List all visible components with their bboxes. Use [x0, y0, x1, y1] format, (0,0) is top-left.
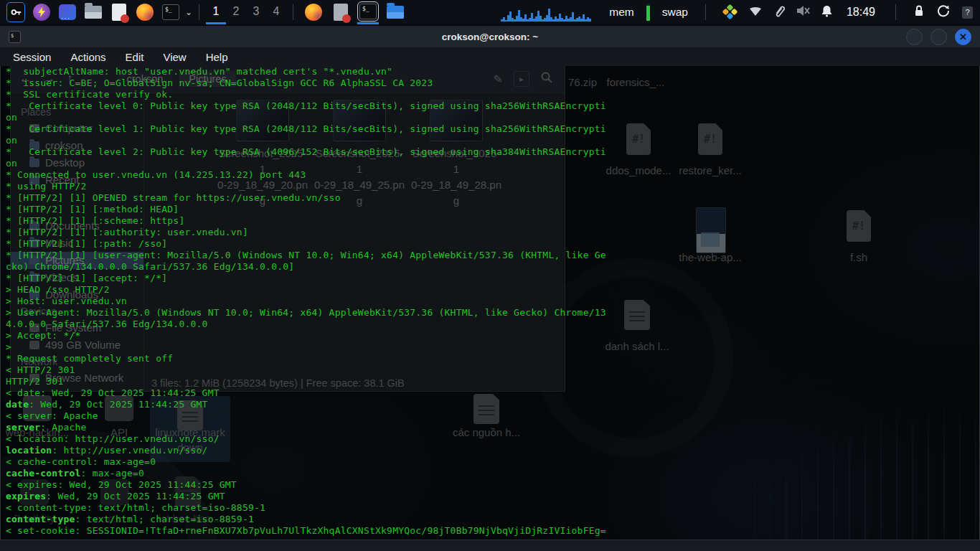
terminal-line: * [HTTP/2] [1] OPENED stream for https:/…	[6, 192, 606, 204]
panel-right-icons: ?	[913, 4, 980, 20]
window-title: crokson@crokson: ~	[0, 32, 980, 42]
clipboard-icon[interactable]	[773, 4, 785, 20]
task-firefox[interactable]	[303, 0, 324, 24]
text-editor-icon	[112, 4, 126, 21]
terminal-line: > Host: user.vnedu.vn	[6, 296, 606, 307]
close-button[interactable]: ✕	[955, 29, 971, 45]
tray-icons	[723, 4, 833, 20]
mem-gauge[interactable]	[646, 4, 650, 21]
terminal-line: cache-control: max-age=0	[6, 468, 606, 479]
terminal-line: * [HTTP/2] [1] [:authority: user.vnedu.v…	[6, 227, 606, 238]
mem-label: mem	[609, 6, 633, 19]
launcher-firefox[interactable]	[136, 3, 154, 22]
maximize-button[interactable]	[930, 29, 947, 45]
terminal-line: * [HTTP/2] [1] [:method: HEAD]	[6, 204, 606, 215]
panel-launchers: $_	[0, 3, 184, 22]
terminal-line: HTTP/2 301	[6, 376, 606, 387]
terminal-line: * Request completely sent off	[6, 353, 606, 364]
launcher-file-manager[interactable]	[84, 3, 103, 22]
terminal-line: > HEAD /sso HTTP/2	[6, 284, 606, 296]
restart-icon[interactable]	[937, 4, 950, 20]
terminal-line: < HTTP/2 301	[6, 364, 606, 376]
terminal-line: content-type: text/html; charset=iso-885…	[6, 514, 606, 525]
menu-actions[interactable]: Actions	[70, 51, 105, 63]
launcher-kali-menu[interactable]	[6, 3, 25, 22]
bell-icon[interactable]	[821, 4, 833, 20]
terminal-line: cko) Chrome/134.0.0.0 Safari/537.36 Edg/…	[6, 261, 606, 273]
launcher-text-editor[interactable]	[110, 3, 128, 22]
terminal-line: server: Apache	[6, 422, 606, 433]
wifi-icon[interactable]	[748, 5, 763, 19]
terminal-line: > Accept: */*	[6, 330, 606, 342]
terminal-line: * issuer: C=BE; O=GlobalSign nv-sa; CN=G…	[6, 77, 606, 89]
workspace-switcher: 1234	[206, 0, 286, 24]
terminal-line: * Certificate level 2: Public key type R…	[6, 146, 606, 158]
terminal-icon: $_	[359, 4, 377, 19]
window-controls: ✕	[906, 29, 971, 45]
terminal-line: on	[6, 135, 606, 146]
workspace-1[interactable]: 1	[206, 0, 226, 24]
menu-help[interactable]: Help	[206, 51, 228, 63]
terminal-line: < server: Apache	[6, 410, 606, 422]
terminal-line: on	[6, 158, 606, 169]
system-tray: mem swap 18:49 ?	[501, 3, 980, 22]
desktop-screen: 76.zipforensics_...#!ddos_mode...#!resto…	[0, 0, 980, 551]
task-list: $_	[300, 0, 409, 24]
terminal-line: date: Wed, 29 Oct 2025 11:44:25 GMT	[6, 399, 606, 410]
terminal-line: < set-cookie: SESSIONID=!TtfaD+rneFnBXU7…	[6, 525, 606, 537]
terminal-line: * [HTTP/2] [1] [:scheme: https]	[6, 215, 606, 227]
terminal-line: * Connected to user.vnedu.vn (14.225.13.…	[6, 169, 606, 181]
menu-view[interactable]: View	[163, 51, 186, 63]
task-text-editor[interactable]	[330, 0, 352, 24]
kali-undercover-icon	[33, 4, 50, 21]
terminal-icon: $_	[162, 4, 179, 20]
terminal-line: < date: Wed, 29 Oct 2025 11:44:25 GMT	[6, 387, 606, 399]
terminal-output[interactable]: * subjectAltName: host "user.vnedu.vn" m…	[6, 66, 606, 537]
kali-menu-icon	[6, 2, 25, 22]
text-editor-grey-icon	[334, 4, 348, 21]
top-panel: $_ ⌄ 1234 $_ mem swap 18:49 ?	[0, 0, 980, 24]
terminal-line: < location: http://user.vnedu.vn/sso/	[6, 433, 606, 445]
terminal-line: expires: Wed, 29 Oct 2025 11:44:25 GMT	[6, 491, 606, 502]
terminal-titlebar[interactable]: $ crokson@crokson: ~	[0, 26, 980, 47]
file-manager-blue-icon	[387, 6, 404, 19]
terminal-line: * [HTTP/2] [1] [accept: */*]	[6, 273, 606, 284]
swap-label: swap	[662, 6, 688, 19]
menu-session[interactable]: Session	[13, 51, 51, 63]
menu-edit[interactable]: Edit	[126, 51, 144, 63]
terminal-line: * [HTTP/2] [1] [:path: /sso]	[6, 238, 606, 250]
terminal-menubar: SessionActionsEditViewHelp	[0, 47, 980, 66]
clock[interactable]: 18:49	[847, 6, 875, 19]
workspace-3[interactable]: 3	[246, 0, 266, 24]
panel-separator	[895, 4, 896, 20]
panel-separator	[293, 4, 293, 20]
terminal-line: < cache-control: max-age=0	[6, 456, 606, 468]
lock-icon[interactable]	[913, 4, 925, 20]
terminal-line: < expires: Wed, 29 Oct 2025 11:44:25 GMT	[6, 479, 606, 491]
workspace-4[interactable]: 4	[266, 0, 286, 24]
updates-icon[interactable]	[723, 5, 738, 19]
file-manager-icon	[85, 6, 102, 19]
window-app-icon	[59, 4, 76, 20]
launcher-kali-undercover[interactable]	[32, 3, 51, 22]
task-file-manager[interactable]	[385, 0, 406, 24]
terminal-line: on	[6, 112, 606, 123]
task-terminal[interactable]: $_	[357, 0, 379, 24]
terminal-line: * using HTTP/2	[6, 181, 606, 192]
help-icon[interactable]: ?	[962, 6, 973, 19]
terminal-line: 4.0.0.0 Safari/537.36 Edg/134.0.0.0	[6, 319, 606, 330]
terminal-line: * subjectAltName: host "user.vnedu.vn" m…	[6, 66, 606, 77]
launcher-window-app[interactable]	[58, 3, 77, 22]
mute-icon[interactable]	[796, 4, 810, 20]
terminal-line: location: http://user.vnedu.vn/sso/	[6, 445, 606, 456]
terminal-line: * Certificate level 1: Public key type R…	[6, 123, 606, 135]
terminal-line: * SSL certificate verify ok.	[6, 89, 606, 100]
launcher-terminal[interactable]: $_	[161, 3, 180, 22]
terminal-line: * Certificate level 0: Public key type R…	[6, 100, 606, 112]
chevron-down-icon[interactable]: ⌄	[185, 7, 192, 17]
terminal-window-bottom-edge[interactable]	[0, 540, 980, 551]
minimize-button[interactable]	[906, 29, 923, 45]
workspace-2[interactable]: 2	[226, 0, 246, 24]
terminal-line: >	[6, 342, 606, 353]
network-monitor-graph[interactable]	[501, 3, 591, 22]
